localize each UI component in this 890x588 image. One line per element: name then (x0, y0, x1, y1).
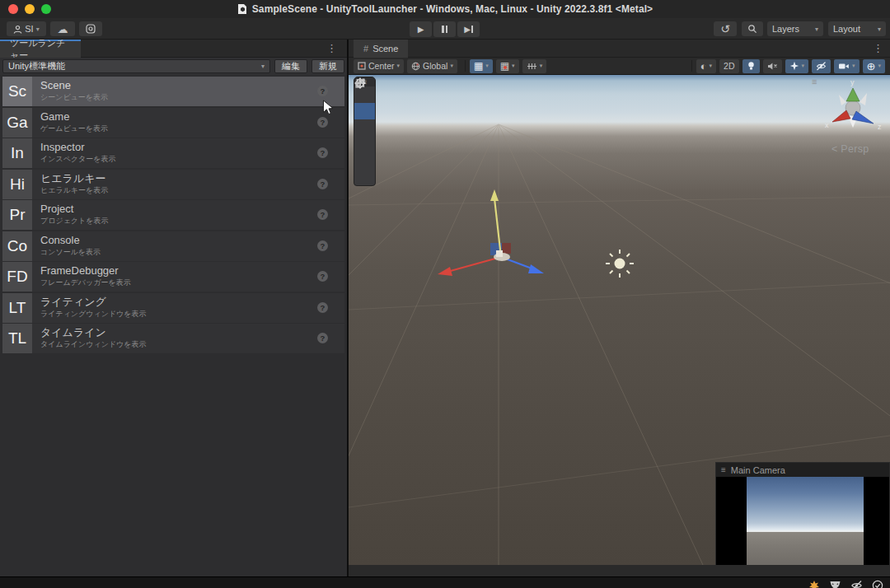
play-icon: ▶ (418, 25, 424, 34)
camera-preview-overlay[interactable]: ≡ Main Camera (715, 462, 890, 565)
scene-lighting-toggle[interactable] (742, 59, 760, 73)
item-title: Inspector (40, 141, 344, 154)
check-circle-icon[interactable] (872, 580, 883, 588)
help-icon[interactable]: ? (317, 209, 328, 220)
item-subtitle: プロジェクトを表示 (40, 216, 344, 226)
pause-button[interactable] (433, 21, 456, 37)
panel-menu-icon[interactable]: ⋮ (326, 42, 337, 54)
grid-tab-icon: # (363, 44, 368, 54)
item-title: タイムライン (40, 326, 344, 339)
help-icon[interactable]: ? (317, 240, 328, 251)
axis-x-label: x (825, 121, 829, 129)
transform-icon (354, 77, 366, 89)
scene-viewport[interactable]: y x z ≡ < Persp ≡ (349, 75, 890, 565)
cloud-services-button[interactable]: ☁ (50, 21, 75, 36)
help-icon[interactable]: ? (317, 117, 328, 128)
effects-toggle-dropdown[interactable]: ▾ (785, 59, 809, 73)
list-item-game[interactable]: Ga Gameゲームビューを表示 ? (2, 108, 344, 138)
chevron-down-icon: ▾ (878, 26, 881, 33)
rotate-tool-button[interactable] (354, 119, 375, 136)
minimize-button[interactable] (25, 4, 35, 14)
view-tool-button[interactable] (354, 86, 375, 103)
gizmos-dropdown[interactable]: ⊕ ▾ (863, 59, 885, 73)
edit-button[interactable]: 編集 (274, 59, 307, 73)
grid-visibility-toggle[interactable]: ▦ ▾ (470, 59, 493, 73)
version-control-button[interactable] (79, 21, 102, 36)
scale-tool-button[interactable] (354, 136, 375, 152)
undo-history-button[interactable]: ↺ (714, 21, 737, 36)
list-item-framedebugger[interactable]: FD FrameDebuggerフレームデバッガーを表示 ? (2, 262, 344, 292)
layers-dropdown[interactable]: Layers ▾ (767, 21, 823, 36)
help-icon[interactable]: ? (317, 271, 328, 282)
window-title: SampleScene - UnityToolLauncher - Window… (252, 3, 653, 15)
panel-menu-icon[interactable]: ⋮ (873, 42, 883, 54)
scene-panel: # Scene ⋮ Center ▾ Global ▾ ▦ ▾ ▦ (349, 40, 890, 576)
layout-dropdown[interactable]: Layout ▾ (828, 21, 886, 36)
maximize-button[interactable] (41, 4, 51, 14)
eye-hidden-status-icon[interactable] (850, 580, 863, 588)
account-dropdown[interactable]: SI ▾ (7, 21, 46, 36)
list-item-inspector[interactable]: In Inspectorインスペクターを表示 ? (2, 138, 344, 168)
shading-mode-dropdown[interactable]: ◐ ▾ (696, 59, 716, 73)
camera-preview-title: Main Camera (731, 465, 785, 475)
grid-icon: ▦ (474, 61, 483, 71)
list-item-hierarchy[interactable]: Hi ヒエラルキーヒエラルキーを表示 ? (2, 170, 344, 199)
tab-tool-launcher[interactable]: ツールランチャー (0, 40, 81, 58)
mask-icon[interactable] (829, 580, 841, 588)
status-bar (0, 576, 890, 588)
transform-tool-button[interactable] (354, 169, 375, 185)
tab-scene[interactable]: # Scene (354, 40, 408, 58)
perspective-toggle[interactable]: < Persp (831, 143, 869, 155)
item-badge: TL (2, 324, 32, 353)
chevron-down-icon: ▾ (512, 63, 515, 69)
globe-icon (411, 62, 420, 71)
scene-visibility-toggle[interactable] (812, 59, 831, 73)
chevron-down-icon: ▾ (540, 63, 543, 69)
new-button[interactable]: 新規 (312, 59, 344, 73)
overlay-drag-handle[interactable]: ≡ (721, 466, 726, 474)
item-title: Project (40, 203, 344, 216)
overlay-handle-icon[interactable]: ≡ (812, 77, 817, 86)
item-title: ヒエラルキー (40, 172, 344, 185)
help-icon[interactable]: ? (317, 179, 328, 189)
list-item-lighting[interactable]: LT ライティングライティングウィンドウを表示 ? (2, 293, 344, 323)
pause-icon (442, 26, 447, 33)
close-button[interactable] (8, 4, 18, 14)
orientation-dropdown[interactable]: Global ▾ (407, 59, 457, 73)
camera-icon (838, 62, 850, 71)
snap-increment-dropdown[interactable]: ▾ (522, 59, 547, 73)
step-button[interactable]: ▶ (457, 21, 480, 37)
preset-dropdown[interactable]: Unity標準機能 ▾ (2, 59, 270, 73)
preset-value: Unity標準機能 (8, 60, 65, 72)
play-button[interactable]: ▶ (410, 21, 432, 37)
audio-toggle[interactable] (763, 59, 782, 73)
item-badge: Co (2, 231, 32, 261)
rect-tool-button[interactable] (354, 152, 375, 169)
help-icon[interactable]: ? (317, 333, 328, 343)
flame-icon[interactable] (808, 580, 820, 588)
layout-label: Layout (833, 24, 860, 34)
list-item-project[interactable]: Pr Projectプロジェクトを表示 ? (2, 200, 344, 230)
list-item-console[interactable]: Co Consoleコンソールを表示 ? (2, 231, 344, 261)
help-icon[interactable]: ? (317, 302, 328, 313)
traffic-lights (8, 4, 51, 14)
pivot-icon (358, 62, 366, 70)
search-button[interactable] (742, 21, 763, 36)
orientation-label: Global (423, 61, 447, 71)
step-icon: ▶ (464, 25, 471, 34)
pivot-mode-dropdown[interactable]: Center ▾ (354, 59, 404, 73)
help-icon[interactable]: ? (317, 86, 328, 96)
camera-settings-dropdown[interactable]: ▾ (834, 59, 860, 73)
lightbulb-icon (747, 61, 756, 71)
help-icon[interactable]: ? (317, 147, 328, 158)
item-subtitle: タイムラインウィンドウを表示 (40, 339, 344, 349)
chevron-down-icon: ▾ (710, 63, 713, 69)
grid-snapping-toggle[interactable]: ▦ ▾ (496, 59, 519, 73)
list-item-timeline[interactable]: TL タイムラインタイムラインウィンドウを表示 ? (2, 324, 344, 353)
move-tool-button[interactable] (354, 103, 375, 119)
item-badge: Hi (2, 170, 32, 199)
list-item-scene[interactable]: Sc Sceneシーンビューを表示 ? (2, 77, 344, 106)
main-toolbar: SI ▾ ☁ ▶ ▶ ↺ Layers ▾ Layout ▾ (0, 18, 890, 40)
2d-mode-toggle[interactable]: 2D (719, 59, 738, 73)
item-subtitle: ヒエラルキーを表示 (40, 185, 344, 195)
